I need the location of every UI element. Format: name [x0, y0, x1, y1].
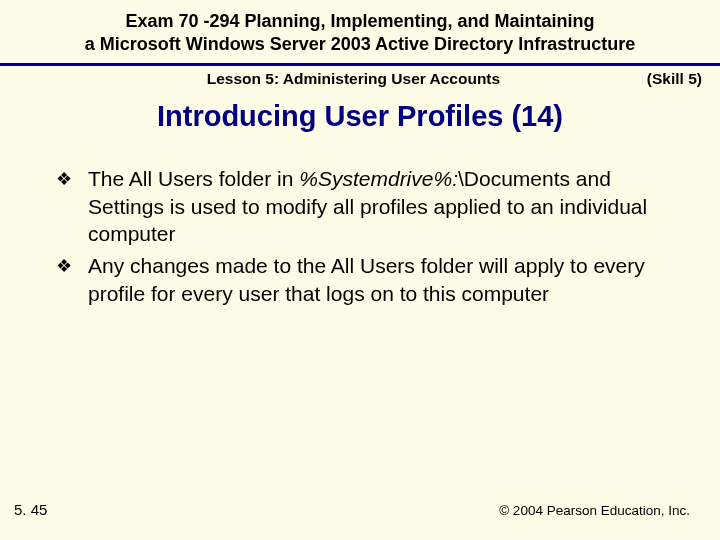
course-title-line1: Exam 70 -294 Planning, Implementing, and…: [125, 11, 594, 31]
slide-title: Introducing User Profiles (14): [0, 100, 720, 133]
copyright-text: © 2004 Pearson Education, Inc.: [499, 503, 690, 518]
list-item: ❖ Any changes made to the All Users fold…: [56, 252, 674, 307]
bullet-text: Any changes made to the All Users folder…: [88, 252, 674, 307]
list-item: ❖ The All Users folder in %Systemdrive%:…: [56, 165, 674, 248]
skill-label: (Skill 5): [647, 70, 702, 88]
slide-header: Exam 70 -294 Planning, Implementing, and…: [0, 0, 720, 66]
page-number: 5. 45: [14, 501, 47, 518]
bullet-text-italic: %Systemdrive%:: [299, 167, 458, 190]
course-title-line2: a Microsoft Windows Server 2003 Active D…: [85, 34, 635, 54]
bullet-text-pre: Any changes made to the All Users folder…: [88, 254, 645, 305]
slide-content: ❖ The All Users folder in %Systemdrive%:…: [0, 165, 720, 308]
lesson-label: Lesson 5: Administering User Accounts: [0, 70, 647, 88]
course-title: Exam 70 -294 Planning, Implementing, and…: [40, 10, 680, 57]
slide-footer: 5. 45 © 2004 Pearson Education, Inc.: [0, 501, 720, 518]
slide-subheader: Lesson 5: Administering User Accounts (S…: [0, 66, 720, 92]
diamond-bullet-icon: ❖: [56, 165, 88, 193]
bullet-text: The All Users folder in %Systemdrive%:\D…: [88, 165, 674, 248]
bullet-text-pre: The All Users folder in: [88, 167, 299, 190]
diamond-bullet-icon: ❖: [56, 252, 88, 280]
